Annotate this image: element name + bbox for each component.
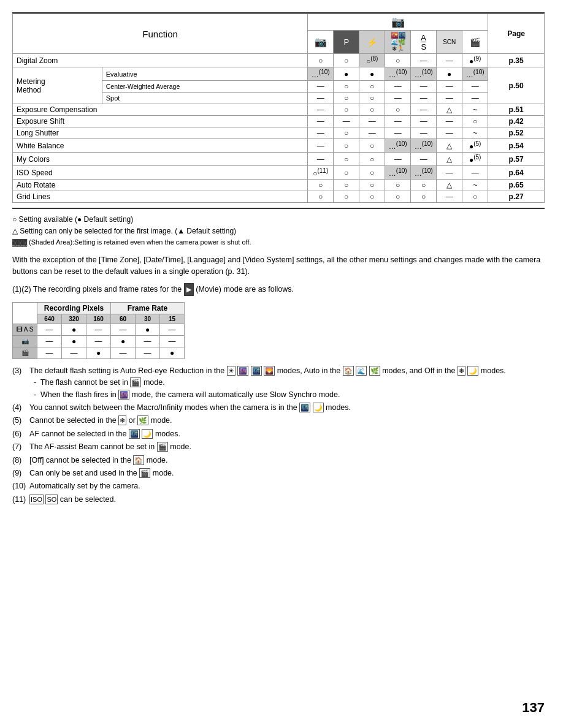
page-cell: p.64 <box>488 166 545 180</box>
mode-icon-inline: 🎬 <box>157 442 168 452</box>
camera-icon-top: 📷 <box>308 14 488 31</box>
col-7: ~ <box>462 180 488 191</box>
col-5: …(10) <box>411 166 437 180</box>
rc-1: — <box>37 347 62 358</box>
col-1: ○ <box>308 54 334 67</box>
col-1: ○ <box>308 180 334 191</box>
mode-icon-inline: 🌊 <box>356 366 367 376</box>
table-row: Digital Zoom ○ ○ ○(8) ○ — — ●(9) p.35 <box>13 54 545 67</box>
mode-icon-inline: 🌙 <box>467 366 478 376</box>
col-7: ●(5) <box>462 153 488 166</box>
col-6: — <box>437 116 462 127</box>
rc-3: ● <box>86 347 111 358</box>
col-2: — <box>334 116 359 127</box>
rec-col-1: 640 <box>37 314 62 324</box>
col-1: — <box>308 127 334 139</box>
page-cell: p.54 <box>488 139 545 153</box>
function-cell: White Balance <box>13 139 308 153</box>
col-3: — <box>359 116 385 127</box>
note-5: (5) Cannot be selected in the ❄ or 🌿 mod… <box>12 415 545 427</box>
so-icon: SO <box>45 495 58 504</box>
col-2: ○ <box>334 127 359 139</box>
mode-icon-inline: 🌃 <box>251 366 262 376</box>
mode-icon-row1: 🎞 A S <box>13 324 37 335</box>
rc-5: — <box>136 335 160 347</box>
mode-icon-2: P <box>334 31 359 54</box>
rc-1: — <box>37 335 62 347</box>
col-4: ○ <box>385 54 411 67</box>
col-1: …(10) <box>308 67 334 81</box>
col-1: — <box>308 153 334 166</box>
mode-icon-inline: 🌆 <box>118 390 129 400</box>
function-cell: ISO Speed <box>13 166 308 180</box>
rec-col-5: 30 <box>136 314 160 324</box>
col-3: ○ <box>359 104 385 116</box>
col-3: ○(8) <box>359 54 385 67</box>
mode-icon-inline: 🌙 <box>142 429 153 439</box>
recording-pixels-header: Recording Pixels <box>37 302 111 314</box>
mode-icon-1: 📷 <box>308 31 334 54</box>
col-3: ○ <box>359 139 385 153</box>
mode-icon-row2: 📷 <box>13 335 37 347</box>
page-cell: p.50 <box>488 67 545 104</box>
rec-col-6: 15 <box>160 314 185 324</box>
col-5: …(10) <box>411 67 437 81</box>
col-3: ○ <box>359 191 385 203</box>
rec-empty-corner <box>13 302 37 324</box>
metering-label: MeteringMethod <box>13 67 102 104</box>
rc-6: — <box>160 335 185 347</box>
page-cell: p.27 <box>488 191 545 203</box>
col-6: — <box>437 93 462 104</box>
legend-section: ○ Setting available (● Default setting) … <box>12 214 545 248</box>
col-2: ○ <box>334 104 359 116</box>
header-row-1: Function 📷 Page <box>13 14 545 31</box>
page-container: Function 📷 Page 📷 P ⚡ 🌇🌃🌊🌿❄🏃 A̲S SCN 🎬 <box>12 12 545 506</box>
mode-icon-inline: 🎬 <box>130 377 141 387</box>
mode-icon-inline: 🎬 <box>139 468 150 478</box>
mode-icon-inline: 🏠 <box>343 366 354 376</box>
metering-spot: Spot <box>102 93 307 104</box>
col-2: ● <box>334 67 359 81</box>
mode-icon-5: A̲S <box>411 31 437 54</box>
rc-5: ● <box>136 324 160 335</box>
col-5: — <box>411 81 437 93</box>
recording-intro: (1)(2) The recording pixels and frame ra… <box>12 283 545 296</box>
col-7: — <box>462 93 488 104</box>
col-4: — <box>385 127 411 139</box>
col-7: …(10) <box>462 67 488 81</box>
col-3: ○ <box>359 93 385 104</box>
col-6: — <box>437 127 462 139</box>
function-cell: Auto Rotate <box>13 180 308 191</box>
metering-evaluative: Evaluative <box>102 67 307 81</box>
note-8: (8) [Off] cannot be selected in the 🏠 mo… <box>12 455 545 466</box>
col-2: ○ <box>334 54 359 67</box>
page-cell: p.51 <box>488 104 545 116</box>
note-4: (4) You cannot switch between the Macro/… <box>12 402 545 414</box>
function-cell: Digital Zoom <box>13 54 308 67</box>
table-row: 📷 — ● — ● — — <box>13 335 185 347</box>
col-4: — <box>385 153 411 166</box>
col-6: △ <box>437 153 462 166</box>
mode-icon-inline: 🌙 <box>313 403 324 412</box>
function-cell: Exposure Compensation <box>13 104 308 116</box>
rc-3: — <box>86 335 111 347</box>
function-cell: Long Shutter <box>13 127 308 139</box>
table-row: Exposure Compensation — ○ ○ ○ — △ ~ p.51 <box>13 104 545 116</box>
mode-icon-inline: ☀ <box>227 366 236 376</box>
col-7: — <box>462 166 488 180</box>
table-row: ISO Speed ○(11) ○ ○ …(10) …(10) — — p.64 <box>13 166 545 180</box>
col-4: …(10) <box>385 166 411 180</box>
note-10: (10) Automatically set by the camera. <box>12 480 545 492</box>
page-cell: p.35 <box>488 54 545 67</box>
col-5: …(10) <box>411 139 437 153</box>
legend-shaded: ▓▓▓ (Shaded Area):Setting is retained ev… <box>12 237 545 248</box>
col-4: …(10) <box>385 67 411 81</box>
frame-rate-header: Frame Rate <box>111 302 185 314</box>
rc-1: — <box>37 324 62 335</box>
col-5: — <box>411 104 437 116</box>
col-5: — <box>411 153 437 166</box>
note-11: (11) ISO SO can be selected. <box>12 494 545 506</box>
table-row: My Colors — ○ ○ — — △ ●(5) p.57 <box>13 153 545 166</box>
col-2: ○ <box>334 93 359 104</box>
table-row: Long Shutter — ○ — — — — ~ p.52 <box>13 127 545 139</box>
